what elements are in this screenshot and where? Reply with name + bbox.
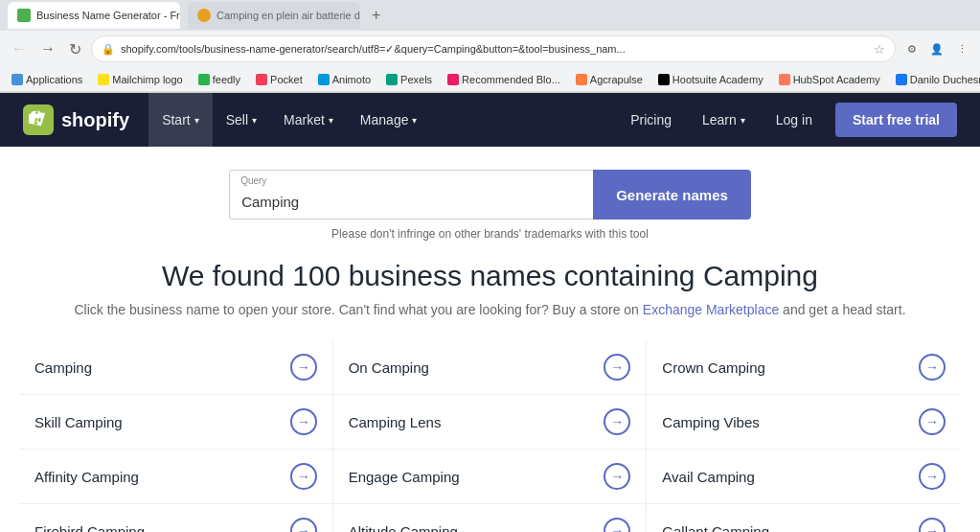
search-row: Query Generate names <box>229 170 751 220</box>
name-arrow-icon: → <box>604 354 630 381</box>
shopify-logo[interactable]: shopify <box>23 104 129 135</box>
bookmark-label: HubSpot Academy <box>793 74 880 85</box>
nav-item-sell[interactable]: Sell ▾ <box>213 93 270 147</box>
bookmark-mailchimp[interactable]: Mailchimp logo <box>94 73 186 86</box>
browser-controls: ← → ↻ 🔒 shopify.com/tools/business-name-… <box>0 31 980 67</box>
start-free-trial-button[interactable]: Start free trial <box>835 103 957 137</box>
bookmark-label: Pexels <box>400 74 432 85</box>
name-item-engage-camping[interactable]: Engage Camping → <box>333 450 648 504</box>
reload-button[interactable]: ↻ <box>65 38 85 60</box>
name-arrow-icon: → <box>290 518 317 532</box>
exchange-marketplace-link[interactable]: Exchange Marketplace <box>643 302 779 317</box>
forward-button[interactable]: → <box>36 38 59 59</box>
bookmark-favicon <box>896 74 907 85</box>
name-item-camping[interactable]: Camping → <box>19 340 333 395</box>
bookmark-favicon <box>447 74 459 85</box>
name-text: Skill Camping <box>34 414 123 430</box>
bookmark-favicon <box>318 74 330 85</box>
name-item-firebird-camping[interactable]: Firebird Camping → <box>19 504 333 532</box>
nav-items: Start ▾ Sell ▾ Market ▾ Manage ▾ <box>148 93 430 147</box>
bookmark-label: Danilo Duchesnes <box>910 74 980 85</box>
nav-link-login[interactable]: Log in <box>761 93 828 147</box>
search-input[interactable] <box>229 170 593 220</box>
result-heading: We found 100 business names containing C… <box>19 260 961 292</box>
browser-chrome: Business Name Generator - Fre... ✕ Campi… <box>0 0 980 93</box>
name-arrow-icon: → <box>919 408 946 435</box>
bookmark-label: Animoto <box>332 74 371 85</box>
tab-favicon-2 <box>197 9 211 22</box>
bookmark-agorapulse[interactable]: Agcrapulse <box>572 73 647 86</box>
address-bar[interactable]: 🔒 shopify.com/tools/business-name-genera… <box>91 35 896 62</box>
result-subtext-before: Click the business name to open your sto… <box>74 302 642 317</box>
bookmark-pexels[interactable]: Pexels <box>382 73 436 86</box>
name-item-skill-camping[interactable]: Skill Camping → <box>19 395 333 450</box>
name-arrow-icon: → <box>604 518 630 532</box>
name-item-avail-camping[interactable]: Avail Camping → <box>647 450 961 504</box>
nav-item-market[interactable]: Market ▾ <box>270 93 347 147</box>
shopify-logo-icon <box>23 104 54 135</box>
bookmark-label: Agcrapulse <box>590 74 643 85</box>
tab-title-1: Business Name Generator - Fre... <box>36 10 180 21</box>
name-text: Firebird Camping <box>34 523 145 533</box>
name-arrow-icon: → <box>919 463 946 490</box>
bookmarks-bar: Applications Mailchimp logo feedly Pocke… <box>0 67 980 92</box>
menu-icon[interactable]: ⋮ <box>951 38 972 59</box>
bookmark-favicon <box>386 74 398 85</box>
name-text: Crown Camping <box>662 359 765 376</box>
nav-chevron-learn: ▾ <box>741 115 745 126</box>
lock-icon: 🔒 <box>102 43 115 56</box>
bookmark-label: feedly <box>213 74 240 85</box>
tab-title-2: Camping en plein air batterie de... <box>217 10 360 21</box>
name-text: Avail Camping <box>662 469 754 485</box>
extensions-icon[interactable]: ⚙ <box>901 38 923 59</box>
bookmark-favicon <box>198 74 210 85</box>
profile-icon[interactable]: 👤 <box>926 38 947 59</box>
name-text: Engage Camping <box>349 469 460 485</box>
bookmark-label: Applications <box>26 74 82 85</box>
name-item-on-camping[interactable]: On Camping → <box>333 340 648 395</box>
name-item-crown-camping[interactable]: Crown Camping → <box>647 340 961 395</box>
search-disclaimer: Please don't infringe on other brands' t… <box>331 227 649 241</box>
name-arrow-icon: → <box>604 408 630 435</box>
name-text: Camping Lens <box>349 414 442 430</box>
bookmark-label: Pocket <box>270 74 303 85</box>
bookmark-favicon <box>256 74 267 85</box>
bookmark-label: Hootsuite Academy <box>672 74 763 85</box>
bookmark-danilo[interactable]: Danilo Duchesnes <box>892 73 980 86</box>
bookmark-hubspot[interactable]: HubSpot Academy <box>775 73 884 86</box>
bookmark-applications[interactable]: Applications <box>8 73 86 86</box>
browser-tab-1[interactable]: Business Name Generator - Fre... ✕ <box>8 2 180 29</box>
name-item-altitude-camping[interactable]: Altitude Camping → <box>333 504 648 532</box>
bookmark-recommended[interactable]: Recommended Blo... <box>444 73 564 86</box>
bookmark-star-icon[interactable]: ☆ <box>874 42 885 57</box>
bookmark-feedly[interactable]: feedly <box>194 73 244 86</box>
new-tab-button[interactable]: + <box>368 7 384 24</box>
bookmark-hootsuite[interactable]: Hootsuite Academy <box>654 73 767 86</box>
nav-item-start[interactable]: Start ▾ <box>148 93 213 147</box>
generate-names-button[interactable]: Generate names <box>593 170 751 220</box>
name-text: Gallant Camping <box>662 523 769 533</box>
name-item-affinity-camping[interactable]: Affinity Camping → <box>19 450 333 504</box>
name-item-camping-vibes[interactable]: Camping Vibes → <box>647 395 961 450</box>
bookmark-animoto[interactable]: Animoto <box>314 73 375 86</box>
business-names-grid: Camping → On Camping → Crown Camping → S… <box>19 340 961 532</box>
result-subtext-after: and get a head start. <box>779 302 905 317</box>
search-area: Query Generate names Please don't infrin… <box>19 170 961 241</box>
nav-item-manage[interactable]: Manage ▾ <box>347 93 431 147</box>
name-item-camping-lens[interactable]: Camping Lens → <box>333 395 648 450</box>
name-item-gallant-camping[interactable]: Gallant Camping → <box>647 504 961 532</box>
bookmark-label: Mailchimp logo <box>112 74 182 85</box>
name-text: Camping Vibes <box>662 414 759 430</box>
name-arrow-icon: → <box>290 408 317 435</box>
name-text: Camping <box>34 359 92 376</box>
name-arrow-icon: → <box>919 354 946 381</box>
nav-link-learn[interactable]: Learn ▾ <box>687 93 761 147</box>
nav-link-pricing[interactable]: Pricing <box>615 93 687 147</box>
bookmark-favicon <box>576 74 587 85</box>
browser-titlebar: Business Name Generator - Fre... ✕ Campi… <box>0 0 980 31</box>
browser-tab-2[interactable]: Camping en plein air batterie de... ✕ <box>188 2 360 29</box>
back-button[interactable]: ← <box>8 38 31 59</box>
bookmark-favicon <box>658 74 670 85</box>
name-arrow-icon: → <box>290 354 317 381</box>
bookmark-pocket[interactable]: Pocket <box>252 73 307 86</box>
